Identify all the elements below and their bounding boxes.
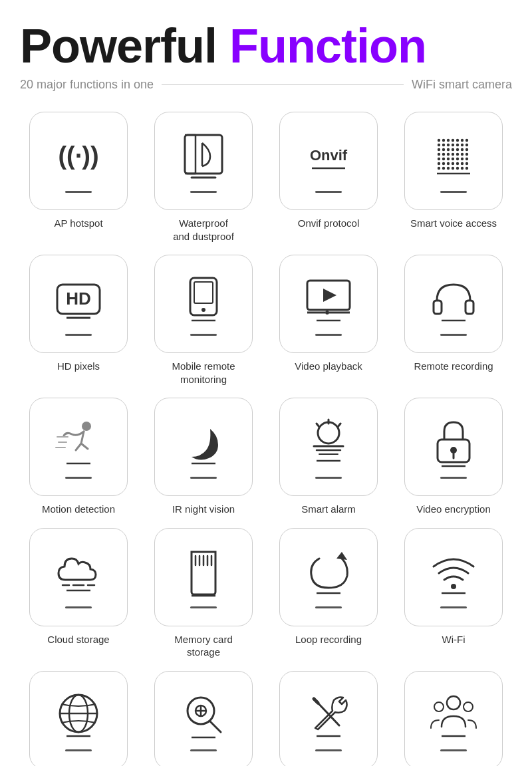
svg-point-20	[466, 143, 468, 146]
svg-point-62	[201, 308, 205, 312]
icon-bar-easy-installation	[315, 749, 342, 751]
title-purple: Function	[229, 19, 426, 72]
svg-rect-71	[466, 301, 473, 314]
svg-marker-65	[323, 289, 336, 302]
svg-point-24	[452, 148, 454, 150]
icon-bar-video-playback	[315, 334, 342, 336]
icon-box-adaptive-language	[29, 671, 128, 766]
feature-label-smart-alarm: Smart alarm	[301, 503, 356, 516]
feature-label-cloud-storage: Cloud storage	[47, 633, 109, 646]
icon-video-encryption	[427, 416, 480, 471]
svg-point-27	[466, 148, 468, 150]
icon-bar-cloud-storage	[65, 606, 92, 608]
svg-point-8	[442, 138, 445, 141]
svg-point-32	[456, 152, 459, 155]
icon-box-cloud-storage	[29, 528, 128, 626]
icon-bar-mobile-remote	[190, 334, 217, 336]
svg-point-44	[447, 162, 450, 164]
icon-bar-loop-recording	[315, 606, 342, 608]
svg-point-46	[456, 162, 459, 164]
icon-box-mobile-remote	[154, 255, 253, 353]
icon-bar-onvif	[315, 191, 342, 193]
icon-smart-voice	[427, 130, 480, 186]
icon-bar-ir-night	[190, 477, 217, 479]
svg-point-12	[461, 138, 464, 141]
svg-point-49	[438, 166, 440, 169]
feature-label-waterproof: Waterproof and dustproof	[173, 217, 234, 243]
svg-rect-1	[185, 135, 222, 174]
icon-video-zoom	[177, 688, 230, 744]
icon-bar-wifi	[440, 606, 467, 608]
icon-bar-smart-alarm	[315, 477, 342, 479]
subtitle1: 20 major functions in one	[20, 78, 154, 92]
svg-point-39	[456, 157, 459, 160]
icon-box-loop-recording	[279, 528, 378, 626]
svg-point-15	[442, 143, 445, 146]
svg-point-7	[438, 138, 440, 141]
icon-bar-video-encryption	[440, 477, 467, 479]
icon-onvif: Onvif	[302, 130, 355, 186]
feature-label-wifi: Wi-Fi	[442, 633, 466, 646]
svg-point-40	[461, 157, 464, 160]
icon-bar-video-zoom	[190, 749, 217, 751]
icon-bar-hd-pixels	[65, 334, 92, 336]
svg-point-103	[451, 584, 456, 589]
svg-point-54	[461, 166, 464, 169]
feature-item-memory-card: Memory card storage	[145, 528, 262, 659]
feature-item-remote-recording: Remote recording	[395, 255, 512, 386]
svg-point-73	[82, 422, 91, 431]
svg-point-119	[434, 702, 444, 711]
feature-label-ir-night: IR night vision	[172, 503, 235, 516]
svg-text:((·)): ((·))	[58, 142, 98, 170]
feature-label-hd-pixels: HD pixels	[57, 360, 100, 373]
icon-box-ap-hotspot: ((·))	[29, 112, 128, 210]
icon-box-memory-card	[154, 528, 253, 626]
icon-box-motion-detection	[29, 398, 128, 496]
icon-easy-installation	[302, 688, 355, 744]
svg-point-79	[318, 422, 339, 444]
svg-point-38	[452, 157, 454, 160]
svg-point-51	[447, 166, 450, 169]
svg-line-81	[317, 424, 319, 427]
icon-bar-multi-user	[440, 749, 467, 751]
icon-loop-recording	[302, 545, 355, 601]
icon-cloud-storage	[52, 545, 105, 601]
svg-point-52	[452, 166, 454, 169]
icon-bar-adaptive-language	[65, 749, 92, 751]
title-black: Powerful	[20, 19, 217, 72]
svg-rect-70	[434, 301, 442, 314]
icon-box-video-playback	[279, 255, 378, 353]
icon-box-hd-pixels: HD	[29, 255, 128, 353]
feature-item-video-zoom: Video zoom in and out	[145, 671, 262, 766]
svg-point-21	[438, 148, 440, 150]
svg-point-11	[456, 138, 459, 141]
svg-point-47	[461, 162, 464, 164]
icon-bar-remote-recording	[440, 334, 467, 336]
svg-point-53	[456, 166, 459, 169]
svg-point-42	[438, 162, 440, 164]
svg-point-29	[442, 152, 445, 155]
feature-item-wifi: Wi-Fi	[395, 528, 512, 659]
svg-point-30	[447, 152, 450, 155]
feature-item-hd-pixels: HD HD pixels	[20, 255, 137, 386]
svg-point-36	[442, 157, 445, 160]
feature-item-multi-user: Multi-user viewing at the same time	[395, 671, 512, 766]
svg-point-9	[447, 138, 450, 141]
feature-label-video-encryption: Video encryption	[416, 503, 490, 516]
svg-point-55	[466, 166, 468, 169]
svg-rect-61	[194, 282, 213, 303]
feature-label-video-playback: Video playback	[295, 360, 362, 373]
svg-line-111	[210, 721, 221, 732]
feature-item-cloud-storage: Cloud storage	[20, 528, 137, 659]
svg-point-35	[438, 157, 440, 160]
features-grid: ((·)) AP hotspot Waterproof and dustproo…	[20, 112, 512, 766]
icon-box-multi-user	[404, 671, 503, 766]
svg-point-41	[466, 157, 468, 160]
icon-bar-ap-hotspot	[65, 191, 92, 193]
svg-point-43	[442, 162, 445, 164]
svg-point-34	[466, 152, 468, 155]
icon-bar-smart-voice	[440, 191, 467, 193]
svg-line-115	[317, 702, 339, 725]
svg-point-14	[438, 143, 440, 146]
icon-hd-pixels: HD	[52, 273, 105, 328]
